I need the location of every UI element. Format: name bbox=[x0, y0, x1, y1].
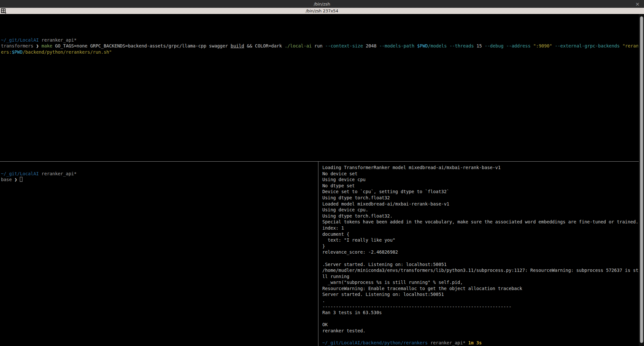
terminal-line: /home/mudler/miniconda3/envs/transformer… bbox=[322, 267, 639, 273]
terminal-line: } bbox=[322, 243, 639, 249]
text-segment: ❯ bbox=[15, 177, 20, 182]
close-icon: × bbox=[635, 1, 639, 7]
text-segment: $PWD bbox=[417, 43, 428, 48]
text-segment: /models bbox=[428, 43, 449, 48]
pane-bottom-right[interactable]: Loading TransformerRanker model mixedbre… bbox=[322, 165, 639, 346]
terminal-line: ll running bbox=[322, 273, 639, 280]
text-segment: ers: bbox=[1, 49, 12, 55]
text-segment: --external-grpc-backends bbox=[555, 43, 623, 48]
pane-border-vertical[interactable] bbox=[318, 162, 318, 346]
window-title: /bin/zsh bbox=[314, 2, 330, 7]
terminal-line: No dtype set bbox=[322, 183, 639, 189]
text-segment: document { bbox=[322, 232, 349, 237]
text-segment: build bbox=[231, 43, 244, 48]
text-segment: relevance_score: -2.46826982 bbox=[322, 249, 398, 255]
text-segment: text: "I really like you" bbox=[322, 237, 395, 243]
text-segment: index: 1 bbox=[322, 225, 344, 231]
text-segment: Using device cpu. bbox=[322, 207, 368, 212]
text-segment: 2048 bbox=[366, 43, 379, 48]
text-segment: reranker_api* bbox=[428, 340, 465, 345]
text-segment: Using dtype torch.float32 bbox=[322, 195, 390, 200]
text-segment: --debug bbox=[485, 43, 506, 48]
text-segment: Using device cpu bbox=[322, 177, 366, 182]
text-segment: --context-size bbox=[325, 43, 366, 48]
text-segment: transformers bbox=[1, 43, 36, 48]
text-segment: --threads bbox=[449, 43, 476, 48]
text-segment: run bbox=[315, 43, 325, 48]
text-segment: && COLOR=dark bbox=[244, 43, 285, 48]
terminal-cursor bbox=[20, 177, 22, 182]
text-segment: OK bbox=[322, 322, 328, 327]
terminal-line: .Server started. Listening on: localhost… bbox=[322, 261, 639, 268]
terminal-line: text: "I really like you" bbox=[322, 237, 639, 243]
text-segment: ❯ bbox=[36, 43, 42, 48]
text-segment: reranker_api* bbox=[39, 171, 76, 176]
terminal-line: No device set bbox=[322, 171, 639, 177]
terminal-line: Using dtype torch.float32 bbox=[322, 195, 639, 201]
text-segment: --models-path bbox=[379, 43, 417, 48]
tab-title: /bin/zsh 237x54 bbox=[306, 8, 338, 13]
text-segment: Server started. Listening on: localhost:… bbox=[322, 292, 444, 297]
terminal-line: reranker tested. bbox=[322, 328, 639, 334]
text-segment: ":9090" bbox=[533, 43, 555, 48]
terminal-line: ----------------------------------------… bbox=[322, 304, 639, 310]
text-segment: Loaded model mixedbread-ai/mxbai-rerank-… bbox=[322, 201, 449, 206]
pane-border-horizontal[interactable] bbox=[0, 161, 639, 162]
text-segment: Ran 3 tests in 63.530s bbox=[322, 310, 382, 315]
pane-bottom-left[interactable]: ~/_git/LocalAI reranker_api*base ❯ bbox=[1, 165, 316, 346]
text-segment: } bbox=[322, 244, 325, 249]
text-segment: Loading TransformerRanker model mixedbre… bbox=[322, 165, 501, 170]
terminal-line: Loading TransformerRanker model mixedbre… bbox=[322, 165, 639, 171]
text-segment: ./local-ai bbox=[285, 43, 314, 48]
terminal-line bbox=[1, 165, 316, 171]
text-segment: ll running bbox=[322, 274, 349, 279]
terminal-line: ~/_git/LocalAI reranker_api* bbox=[1, 171, 316, 177]
pane-top[interactable]: ~/_git/LocalAI reranker_api*transformers… bbox=[1, 31, 638, 62]
terminal-line: Using dtype torch.float32. bbox=[322, 213, 639, 219]
terminal-line: Using device cpu. bbox=[322, 207, 639, 213]
terminal-screen[interactable]: ~/_git/LocalAI reranker_api*transformers… bbox=[0, 14, 639, 346]
text-segment: /home/mudler/miniconda3/envs/transformer… bbox=[322, 268, 639, 273]
text-segment: "rerank bbox=[623, 43, 638, 48]
text-segment: $PWD bbox=[12, 49, 22, 55]
text-segment: ~/_git/LocalAI bbox=[1, 37, 39, 43]
text-segment: . bbox=[322, 298, 325, 303]
text-segment: base bbox=[1, 177, 15, 182]
terminal-line bbox=[322, 334, 639, 340]
menu-button[interactable] bbox=[1, 8, 8, 14]
terminal-line: Loaded model mixedbread-ai/mxbai-rerank-… bbox=[322, 201, 639, 207]
text-segment: _warn("subprocess %s is still running" %… bbox=[322, 280, 463, 285]
text-segment: /backend/python/rerankers/run.sh" bbox=[22, 49, 112, 55]
text-segment: Using dtype torch.float32. bbox=[322, 213, 393, 219]
text-segment: .Server started. Listening on: localhost… bbox=[322, 262, 447, 267]
terminal-line: ~/_git/LocalAI/backend/python/rerankers … bbox=[322, 340, 639, 346]
terminal-line: ~/_git/LocalAI reranker_api* bbox=[1, 37, 638, 43]
text-segment: --address bbox=[506, 43, 533, 48]
tab-bar: /bin/zsh 237x54 bbox=[0, 8, 644, 14]
terminal-line: Device set to `cpu`, setting dtype to `f… bbox=[322, 189, 639, 195]
terminal-line: transformers ❯ make GO_TAGS=none GRPC_BA… bbox=[1, 43, 638, 49]
scrollbar-thumb[interactable] bbox=[640, 16, 643, 343]
text-segment: Special tokens have been added in the vo… bbox=[322, 219, 638, 224]
terminal-line bbox=[322, 316, 639, 322]
terminal-line: _warn("subprocess %s is still running" %… bbox=[322, 279, 639, 286]
terminal-line: Using device cpu bbox=[322, 177, 639, 183]
terminal-line bbox=[322, 255, 639, 261]
terminal-line: document { bbox=[322, 231, 639, 237]
text-segment: ~/_git/LocalAI/backend/python/rerankers bbox=[322, 340, 428, 345]
terminal-line: OK bbox=[322, 322, 639, 328]
terminal-line: Ran 3 tests in 63.530s bbox=[322, 310, 639, 316]
text-segment: Device set to `cpu`, setting dtype to `f… bbox=[322, 189, 449, 194]
terminal-line: ResourceWarning: Enable tracemalloc to g… bbox=[322, 286, 639, 292]
text-segment: No dtype set bbox=[322, 183, 355, 188]
text-segment: make bbox=[42, 43, 55, 48]
terminal-line bbox=[1, 31, 638, 37]
terminal-line: index: 1 bbox=[322, 225, 639, 231]
text-segment: ~/_git/LocalAI bbox=[1, 171, 39, 176]
terminal-line: relevance_score: -2.46826982 bbox=[322, 249, 639, 255]
close-button[interactable]: × bbox=[634, 0, 641, 8]
text-segment: ----------------------------------------… bbox=[322, 304, 511, 309]
scrollbar-track[interactable] bbox=[639, 14, 644, 346]
text-segment: 1m 3s bbox=[465, 340, 482, 345]
text-segment: No device set bbox=[322, 171, 357, 176]
